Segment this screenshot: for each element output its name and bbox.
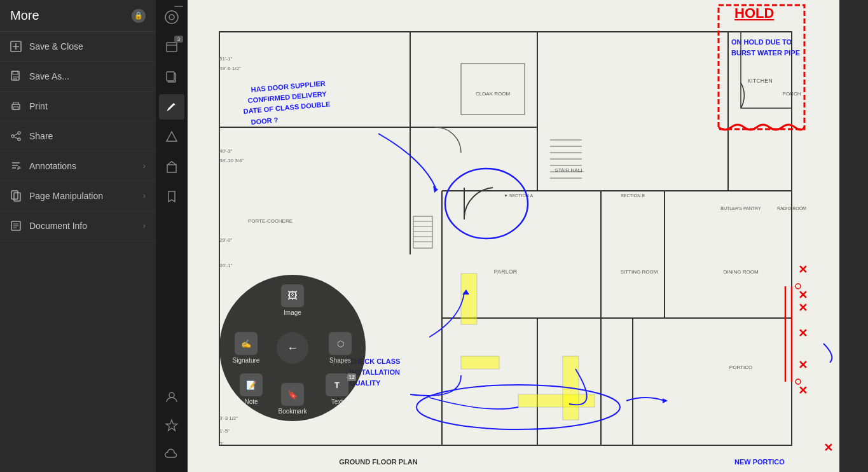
svg-text:✕: ✕ xyxy=(823,441,833,454)
svg-text:PORTE-COCHERE: PORTE-COCHERE xyxy=(248,218,293,224)
page-manipulation-icon xyxy=(10,190,22,202)
sidebar-item-document-info[interactable]: Document Info › xyxy=(0,211,156,241)
svg-text:STAIR HALL: STAIR HALL xyxy=(555,167,584,173)
svg-text:40'-3": 40'-3" xyxy=(219,148,233,154)
icon-strip-star[interactable] xyxy=(159,413,184,438)
icon-strip: 3 xyxy=(156,0,188,472)
radial-item-image[interactable]: 🖼 Image xyxy=(273,284,312,316)
svg-text:BUTLER'S PANTRY: BUTLER'S PANTRY xyxy=(720,206,761,211)
icon-strip-user[interactable] xyxy=(159,384,184,410)
radial-center-back[interactable]: ← xyxy=(277,332,308,364)
svg-text:49'-6 1/2": 49'-6 1/2" xyxy=(219,66,241,71)
svg-point-7 xyxy=(18,138,20,141)
save-as-label: Save As... xyxy=(29,71,69,81)
bookmark-icon: 🔖 xyxy=(281,383,304,406)
svg-text:PARLOR: PARLOR xyxy=(494,268,518,275)
svg-text:▼ SECTION A: ▼ SECTION A xyxy=(504,193,534,198)
shapes-icon: ⬡ xyxy=(329,332,352,355)
signature-icon: ✍ xyxy=(235,332,258,355)
svg-marker-19 xyxy=(166,420,177,431)
svg-text:✕: ✕ xyxy=(798,302,808,314)
svg-text:KITCHEN: KITCHEN xyxy=(747,78,773,84)
annotations-label: Annotations xyxy=(29,161,76,171)
svg-text:✕: ✕ xyxy=(798,327,808,340)
svg-text:0': 0' xyxy=(219,441,223,447)
icon-strip-bookmark[interactable] xyxy=(159,184,184,209)
image-icon: 🖼 xyxy=(281,284,304,307)
annotations-icon xyxy=(10,160,22,172)
print-icon xyxy=(10,101,22,112)
svg-text:HOLD: HOLD xyxy=(734,5,774,21)
document-info-arrow: › xyxy=(143,221,146,230)
svg-rect-15 xyxy=(167,72,174,81)
sidebar-item-save-close[interactable]: Save & Close xyxy=(0,32,156,62)
icon-strip-pencil[interactable] xyxy=(159,94,184,120)
svg-text:3'-3 1/2": 3'-3 1/2" xyxy=(219,415,238,421)
sidebar-item-page-manipulation[interactable]: Page Manipulation › xyxy=(0,181,156,211)
lock-icon[interactable]: 🔒 xyxy=(132,9,146,23)
share-icon xyxy=(10,130,22,142)
svg-text:✕: ✕ xyxy=(798,263,808,276)
svg-text:CLOAK ROOM: CLOAK ROOM xyxy=(476,91,511,97)
svg-marker-16 xyxy=(167,132,177,141)
svg-text:✕: ✕ xyxy=(798,289,808,302)
svg-text:51'-1": 51'-1" xyxy=(219,56,233,62)
text-tool-icon: T 12 xyxy=(326,373,348,396)
sidebar-title: More xyxy=(10,8,39,23)
document-info-label: Document Info xyxy=(29,221,87,231)
svg-text:✕: ✕ xyxy=(798,359,808,371)
svg-text:SITTING ROOM: SITTING ROOM xyxy=(621,269,658,275)
svg-rect-9 xyxy=(14,193,20,201)
svg-text:PORTICO: PORTICO xyxy=(729,364,752,370)
icon-strip-home[interactable] xyxy=(159,4,184,30)
svg-text:NEW PORTICO: NEW PORTICO xyxy=(734,458,785,466)
radial-item-shapes[interactable]: ⬡ Shapes xyxy=(321,332,359,364)
layers-badge: 3 xyxy=(174,36,183,43)
icon-strip-copy[interactable] xyxy=(159,64,184,90)
radial-item-text[interactable]: T 12 Text xyxy=(318,373,356,405)
svg-point-18 xyxy=(169,392,174,398)
icon-strip-layers[interactable]: 3 xyxy=(159,34,184,60)
annotations-arrow: › xyxy=(143,162,146,170)
icon-strip-cloud[interactable] xyxy=(159,441,184,467)
share-label: Share xyxy=(29,131,53,141)
svg-point-5 xyxy=(18,132,20,134)
svg-point-6 xyxy=(11,135,14,137)
radial-menu: 🖼 Image ✍ Signature ⬡ Shapes 📝 Note 🔖 Bo… xyxy=(219,275,366,421)
svg-point-12 xyxy=(169,15,174,20)
svg-text:1'-5": 1'-5" xyxy=(219,428,230,434)
svg-rect-8 xyxy=(11,191,18,199)
svg-text:✕: ✕ xyxy=(798,384,808,397)
svg-text:RADIO ROOM: RADIO ROOM xyxy=(777,206,806,211)
page-manipulation-arrow: › xyxy=(143,191,146,200)
icon-strip-shapes[interactable] xyxy=(159,124,184,149)
radial-item-note[interactable]: 📝 Note xyxy=(232,373,270,405)
sidebar-item-annotations[interactable]: Annotations › xyxy=(0,151,156,181)
sidebar: More 🔒 Save & Close Save As... Print xyxy=(0,0,156,472)
sidebar-item-save-as[interactable]: Save As... xyxy=(0,62,156,92)
blueprint-area: CLOAK ROOM KITCHEN PORCH STAIR HALL ▼ SE… xyxy=(188,0,839,472)
svg-text:GROUND FLOOR PLAN: GROUND FLOOR PLAN xyxy=(339,458,417,466)
save-close-icon xyxy=(10,41,22,52)
sidebar-header: More 🔒 xyxy=(0,0,156,32)
radial-item-signature[interactable]: ✍ Signature xyxy=(227,332,265,364)
svg-rect-66 xyxy=(461,356,499,369)
svg-rect-67 xyxy=(518,394,595,407)
save-close-label: Save & Close xyxy=(29,41,83,52)
sidebar-item-print[interactable]: Print xyxy=(0,92,156,121)
document-info-icon xyxy=(10,220,22,232)
sidebar-item-share[interactable]: Share xyxy=(0,121,156,151)
save-as-icon xyxy=(10,71,22,82)
svg-text:26'-1": 26'-1" xyxy=(219,263,233,268)
note-icon: 📝 xyxy=(240,373,263,396)
svg-text:38'-10 3/4": 38'-10 3/4" xyxy=(219,158,244,163)
print-label: Print xyxy=(29,101,48,111)
icon-strip-building[interactable] xyxy=(159,154,184,179)
svg-text:29'-0": 29'-0" xyxy=(219,237,233,243)
svg-text:SECTION B: SECTION B xyxy=(621,193,645,198)
svg-text:BURST WATER PIPE: BURST WATER PIPE xyxy=(731,49,800,57)
radial-item-bookmark[interactable]: 🔖 Bookmark xyxy=(273,383,312,415)
svg-text:DINING ROOM: DINING ROOM xyxy=(723,269,758,275)
home-badge xyxy=(174,6,183,7)
svg-rect-17 xyxy=(167,165,176,172)
